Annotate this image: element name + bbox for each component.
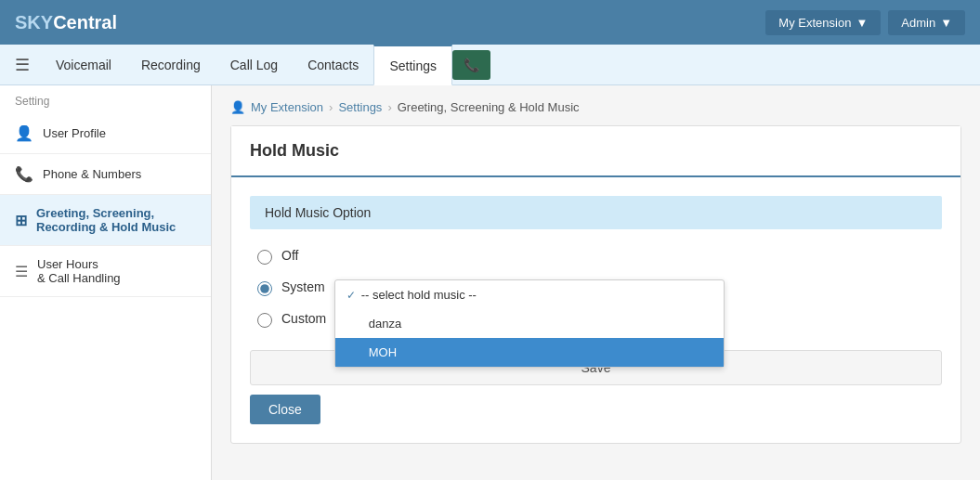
sidebar-item-label: Greeting, Screening,Recording & Hold Mus… xyxy=(36,206,176,234)
close-button[interactable]: Close xyxy=(250,395,320,424)
breadcrumb: 👤 My Extension › Settings › Greeting, Sc… xyxy=(230,100,961,114)
logo-central: Central xyxy=(53,12,117,32)
radio-off-label[interactable]: Off xyxy=(281,248,298,263)
main-layout: Setting 👤 User Profile 📞 Phone & Numbers… xyxy=(0,85,980,480)
content-area: 👤 My Extension › Settings › Greeting, Sc… xyxy=(212,85,980,480)
sidebar-item-greeting[interactable]: ⊞ Greeting, Screening,Recording & Hold M… xyxy=(0,195,211,246)
sidebar-item-user-hours[interactable]: ☰ User Hours& Call Handling xyxy=(0,246,211,297)
hold-music-dropdown[interactable]: ✓ -- select hold music -- danza MOH xyxy=(334,279,725,368)
sidebar-item-user-profile[interactable]: 👤 User Profile xyxy=(0,113,211,154)
tab-settings[interactable]: Settings xyxy=(373,45,452,85)
grid-icon: ⊞ xyxy=(15,212,27,229)
radio-system-label[interactable]: System xyxy=(281,279,325,294)
tab-nav: ☰ Voicemail Recording Call Log Contacts … xyxy=(0,45,980,85)
hold-music-option-header: Hold Music Option xyxy=(250,196,942,229)
list-icon: ☰ xyxy=(15,263,28,280)
dropdown-item-moh[interactable]: MOH xyxy=(335,338,724,367)
radio-system[interactable] xyxy=(257,281,272,296)
breadcrumb-my-extension[interactable]: My Extension xyxy=(251,100,323,114)
breadcrumb-settings[interactable]: Settings xyxy=(338,100,382,114)
breadcrumb-sep-2: › xyxy=(387,100,391,114)
admin-label: Admin xyxy=(901,16,935,30)
sidebar-item-label: Phone & Numbers xyxy=(43,167,141,181)
hamburger-button[interactable]: ☰ xyxy=(7,51,37,79)
sidebar-item-label: User Hours& Call Handling xyxy=(37,257,121,285)
card-title: Hold Music xyxy=(250,141,942,161)
admin-button[interactable]: Admin ▼ xyxy=(888,10,965,35)
chevron-down-icon-2: ▼ xyxy=(940,16,952,30)
radio-custom-label[interactable]: Custom xyxy=(281,311,326,326)
radio-row-system: System ✓ -- select hold music -- d xyxy=(257,279,934,296)
sidebar-section-label: Setting xyxy=(0,85,211,113)
card-body: Hold Music Option Off System xyxy=(231,177,960,443)
my-extension-button[interactable]: My Extension ▼ xyxy=(765,10,881,35)
tab-calllog[interactable]: Call Log xyxy=(216,45,293,85)
topbar: SKYCentral My Extension ▼ Admin ▼ xyxy=(0,0,980,45)
breadcrumb-current: Greeting, Screening & Hold Music xyxy=(398,100,580,114)
checkmark-icon: ✓ xyxy=(346,289,356,302)
tab-voicemail[interactable]: Voicemail xyxy=(41,45,126,85)
logo-sky: SKY xyxy=(15,12,53,32)
breadcrumb-icon: 👤 xyxy=(230,100,245,114)
sidebar: Setting 👤 User Profile 📞 Phone & Numbers… xyxy=(0,85,212,480)
tab-contacts[interactable]: Contacts xyxy=(293,45,373,85)
breadcrumb-sep-1: › xyxy=(329,100,333,114)
dropdown-item-danza[interactable]: danza xyxy=(335,309,724,338)
card-header: Hold Music xyxy=(231,126,960,177)
radio-row-off: Off xyxy=(257,248,934,265)
radio-group: Off System ✓ -- select hold music -- xyxy=(250,244,942,331)
radio-off[interactable] xyxy=(257,250,272,265)
sidebar-item-phone-numbers[interactable]: 📞 Phone & Numbers xyxy=(0,154,211,195)
phone-icon: 📞 xyxy=(464,58,479,72)
hold-music-card: Hold Music Hold Music Option Off System xyxy=(230,125,961,444)
dropdown-item-select[interactable]: ✓ -- select hold music -- xyxy=(335,280,724,309)
tab-recording[interactable]: Recording xyxy=(126,45,216,85)
chevron-down-icon: ▼ xyxy=(856,16,868,30)
topbar-right: My Extension ▼ Admin ▼ xyxy=(765,10,965,35)
logo: SKYCentral xyxy=(15,12,117,33)
phone-icon-sidebar: 📞 xyxy=(15,165,33,183)
my-extension-label: My Extension xyxy=(778,16,851,30)
sidebar-item-label: User Profile xyxy=(43,126,106,140)
person-icon: 👤 xyxy=(15,124,33,142)
radio-custom[interactable] xyxy=(257,313,272,328)
phone-tab-button[interactable]: 📞 xyxy=(452,50,490,80)
